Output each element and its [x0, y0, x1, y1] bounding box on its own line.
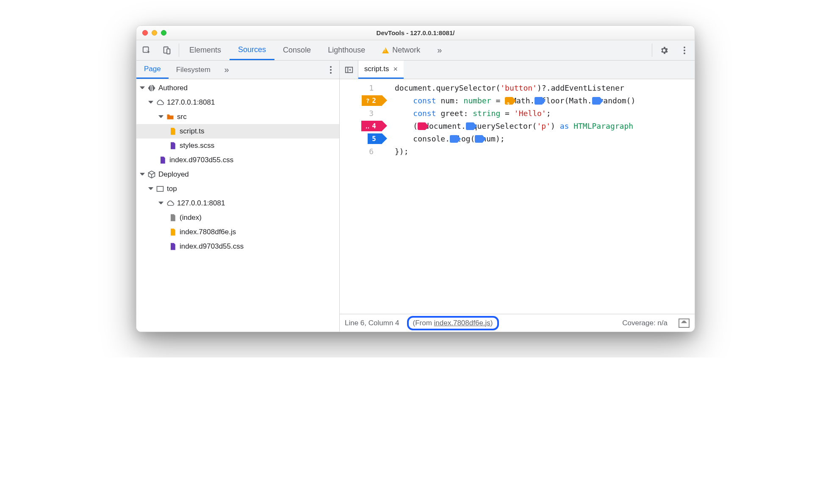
tree-label: Authored — [158, 84, 188, 92]
line-number[interactable]: 3 — [340, 107, 382, 120]
breakpoint-logpoint-icon[interactable]: ‥4 — [361, 121, 382, 131]
tree-file-script-ts[interactable]: script.ts — [136, 124, 339, 138]
device-toolbar-icon[interactable] — [157, 40, 177, 60]
zoom-window-icon[interactable] — [161, 30, 166, 36]
navigator-more-icon[interactable] — [322, 61, 339, 79]
tab-elements[interactable]: Elements — [181, 40, 230, 60]
tree-label: script.ts — [180, 127, 205, 136]
file-icon — [169, 213, 177, 222]
tab-console[interactable]: Console — [274, 40, 319, 60]
navigator-tab-page[interactable]: Page — [136, 61, 169, 79]
tab-sources[interactable]: Sources — [230, 40, 274, 60]
tree-host-deployed[interactable]: 127.0.0.1:8081 — [136, 196, 339, 210]
tree-file-index[interactable]: (index) — [136, 210, 339, 225]
authored-icon — [147, 84, 156, 92]
tree-label: top — [167, 185, 177, 193]
more-menu-icon[interactable] — [674, 40, 695, 60]
inline-marker-icon[interactable] — [475, 135, 482, 143]
tree-label: index.d9703d55.css — [180, 242, 244, 251]
inline-marker-icon[interactable]: ? — [505, 97, 512, 105]
line-number[interactable]: ?2 — [340, 94, 382, 107]
editor-tab-label: script.ts — [364, 65, 389, 73]
inline-marker-icon[interactable] — [466, 122, 474, 130]
disclosure-icon[interactable] — [148, 101, 153, 106]
window-title: DevTools - 127.0.0.1:8081/ — [136, 29, 695, 36]
tree-label: 127.0.0.1:8081 — [177, 199, 225, 208]
editor-pane: script.ts × 1 ?2 3 ‥4 5 6 document.query… — [340, 61, 695, 332]
disclosure-icon[interactable] — [140, 173, 145, 178]
settings-icon[interactable] — [654, 40, 674, 60]
tree-file-styles-scss[interactable]: styles.scss — [136, 138, 339, 153]
editor-tab-script-ts[interactable]: script.ts × — [358, 61, 404, 79]
deployed-icon — [147, 170, 156, 179]
disclosure-icon[interactable] — [158, 115, 163, 120]
inline-marker-icon[interactable] — [592, 97, 600, 105]
tree-file-index-css[interactable]: index.d9703d55.css — [136, 153, 339, 167]
navigator-sidebar: Page Filesystem » Authored 127.0.0.1:808… — [136, 61, 340, 332]
line-number[interactable]: 1 — [340, 82, 382, 94]
tree-folder-src[interactable]: src — [136, 110, 339, 124]
inline-marker-icon[interactable] — [450, 135, 457, 143]
folder-icon — [166, 113, 175, 121]
tree-file-index-js[interactable]: index.7808df6e.js — [136, 225, 339, 239]
line-number[interactable]: ‥4 — [340, 120, 382, 133]
devtools-window: DevTools - 127.0.0.1:8081/ Elements Sour… — [136, 25, 695, 332]
inline-marker-icon[interactable] — [535, 97, 542, 105]
sourcemap-origin: (From index.7808df6e.js) — [407, 316, 499, 330]
titlebar: DevTools - 127.0.0.1:8081/ — [136, 26, 695, 40]
tabs-overflow[interactable]: » — [429, 40, 450, 60]
tree-label: index.d9703d55.css — [169, 156, 233, 164]
navigator-tab-filesystem[interactable]: Filesystem — [169, 61, 218, 79]
disclosure-icon[interactable] — [140, 86, 145, 91]
tree-frame-top[interactable]: top — [136, 182, 339, 196]
code-editor[interactable]: 1 ?2 3 ‥4 5 6 document.querySelector('bu… — [340, 79, 695, 314]
coverage-status: Coverage: n/a — [622, 319, 668, 327]
main-split: Page Filesystem » Authored 127.0.0.1:808… — [136, 61, 695, 332]
navigator-tabs-overflow[interactable]: » — [218, 61, 235, 79]
js-file-icon — [169, 228, 177, 236]
tree-label: styles.scss — [180, 141, 214, 150]
svg-rect-2 — [167, 49, 170, 54]
editor-tabbar: script.ts × — [340, 61, 695, 79]
inline-marker-icon[interactable]: ‥ — [418, 122, 425, 130]
tree-label: (index) — [180, 213, 202, 222]
tree-group-authored[interactable]: Authored — [136, 81, 339, 95]
tree-host[interactable]: 127.0.0.1:8081 — [136, 95, 339, 110]
tab-network[interactable]: Network — [374, 40, 429, 60]
toggle-navigator-icon[interactable] — [340, 61, 358, 79]
inspect-element-icon[interactable] — [136, 40, 157, 60]
tree-label: Deployed — [158, 170, 189, 179]
tree-label: 127.0.0.1:8081 — [167, 98, 215, 107]
code-content[interactable]: document.querySelector('button')?.addEve… — [382, 79, 695, 314]
breakpoint-conditional-icon[interactable]: ?2 — [362, 95, 382, 106]
warning-icon — [382, 47, 389, 53]
file-tree[interactable]: Authored 127.0.0.1:8081 src script.ts — [136, 79, 339, 332]
tab-network-label: Network — [392, 46, 420, 55]
disclosure-icon[interactable] — [158, 202, 163, 207]
frame-icon — [156, 185, 164, 193]
editor-statusbar: Line 6, Column 4 (From index.7808df6e.js… — [340, 314, 695, 332]
show-drawer-icon[interactable] — [679, 318, 690, 328]
sourcemap-link[interactable]: index.7808df6e.js — [434, 319, 490, 327]
gutter[interactable]: 1 ?2 3 ‥4 5 6 — [340, 79, 382, 314]
js-file-icon — [169, 127, 177, 136]
close-tab-icon[interactable]: × — [393, 65, 398, 74]
tree-label: src — [177, 113, 187, 121]
tree-group-deployed[interactable]: Deployed — [136, 167, 339, 182]
css-file-icon — [169, 141, 177, 150]
css-file-icon — [169, 242, 177, 251]
breakpoint-icon[interactable]: 5 — [368, 133, 382, 144]
cloud-icon — [166, 199, 175, 208]
panel-tabbar: Elements Sources Console Lighthouse Netw… — [136, 40, 695, 61]
tree-file-index-css-deployed[interactable]: index.d9703d55.css — [136, 239, 339, 254]
navigator-tabs: Page Filesystem » — [136, 61, 339, 79]
close-window-icon[interactable] — [142, 30, 148, 36]
traffic-lights — [142, 30, 166, 36]
disclosure-icon[interactable] — [148, 187, 153, 192]
cursor-position: Line 6, Column 4 — [345, 319, 399, 327]
line-number[interactable]: 6 — [340, 145, 382, 158]
divider — [652, 44, 652, 57]
tab-lighthouse[interactable]: Lighthouse — [319, 40, 374, 60]
line-number[interactable]: 5 — [340, 133, 382, 145]
minimize-window-icon[interactable] — [152, 30, 157, 36]
